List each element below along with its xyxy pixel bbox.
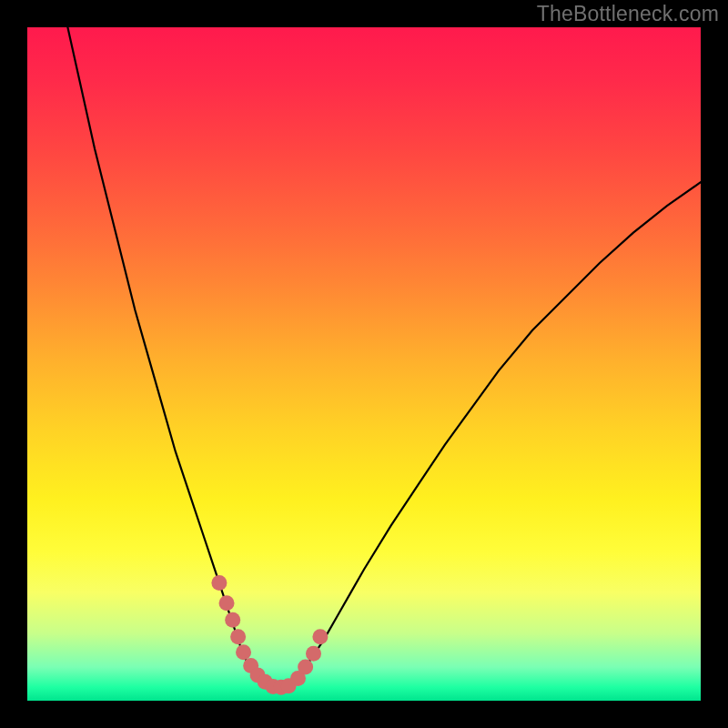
highlight-dot — [219, 595, 235, 611]
bottleneck-curve — [67, 27, 701, 687]
highlight-dot — [225, 612, 240, 628]
highlight-dots — [211, 575, 328, 695]
highlight-dot — [236, 644, 251, 660]
highlight-dot — [312, 629, 328, 644]
highlight-dot — [298, 660, 313, 675]
highlight-dot — [306, 646, 321, 662]
chart-svg — [27, 27, 701, 701]
highlight-dot — [211, 575, 227, 591]
watermark-text: TheBottleneck.com — [537, 2, 719, 26]
highlight-dot — [230, 629, 246, 644]
chart-frame: TheBottleneck.com — [0, 0, 728, 728]
